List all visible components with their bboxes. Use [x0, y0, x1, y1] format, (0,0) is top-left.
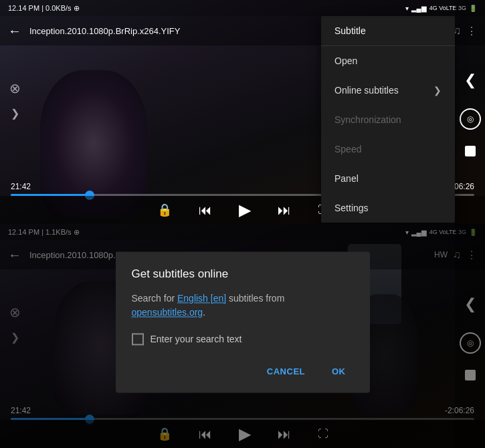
dialog-body-end: . [203, 307, 205, 318]
skip-prev-button[interactable]: ⏮ [199, 203, 212, 218]
wifi-icon: ▾ [405, 5, 409, 12]
menu-item-open[interactable]: Open [321, 46, 455, 76]
dialog-title: Get subtitles online [132, 267, 354, 281]
dialog-actions: CANCEL OK [132, 361, 354, 382]
signal-icon: ▂▄▆ [411, 5, 427, 12]
cancel-button[interactable]: CANCEL [259, 361, 313, 382]
left-controls: ⊗ ❯ [0, 16, 30, 184]
menu-subtitle-label: Subtitle [334, 25, 366, 36]
menu-item-panel[interactable]: Panel [321, 164, 455, 193]
menu-online-subtitles-label: Online subtitles [334, 85, 399, 96]
status-time-network: 12.14 PM | 0.0KB/s ⊕ [8, 4, 80, 13]
checkbox-label: Enter your search text [151, 334, 242, 344]
menu-synchronization-label: Synchronization [334, 114, 401, 125]
bottom-video-player: 12.14 PM | 1.1KB/s ⊕ ▾ ▂▄▆ 4G VoLTE 3G 🔋… [0, 224, 485, 448]
search-text-checkbox[interactable] [132, 333, 144, 345]
menu-item-subtitle[interactable]: Subtitle [321, 16, 455, 45]
menu-open-label: Open [334, 55, 357, 66]
dialog-body-text: Search for [132, 293, 177, 304]
menu-item-synchronization: Synchronization [321, 105, 455, 134]
rewind-side-button[interactable]: ❮ [458, 68, 482, 92]
menu-item-speed: Speed [321, 134, 455, 164]
checkbox-row: Enter your search text [132, 333, 354, 345]
lock-button[interactable]: 🔒 [157, 203, 172, 217]
dialog-body-mid: subtitles from [226, 293, 284, 304]
skip-next-button[interactable]: ⏭ [278, 203, 291, 218]
menu-item-settings[interactable]: Settings [321, 193, 455, 223]
center-circle-button[interactable]: ◎ [460, 108, 481, 130]
language-link[interactable]: English [en] [177, 293, 226, 304]
online-subtitles-chevron-icon: ❯ [433, 85, 442, 96]
subtitle-toggle-icon[interactable]: ⊗ [9, 80, 21, 96]
menu-speed-label: Speed [334, 144, 361, 154]
opensubtitles-link[interactable]: opensubtitles.org [132, 307, 203, 318]
menu-settings-label: Settings [334, 203, 369, 213]
menu-item-online-subtitles[interactable]: Online subtitles ❯ [321, 76, 455, 105]
play-button[interactable]: ▶ [239, 201, 251, 219]
expand-panel-icon[interactable]: ❯ [11, 107, 19, 120]
square-button[interactable] [465, 146, 476, 156]
dialog-body: Search for English [en] subtitles from o… [132, 292, 354, 320]
top-video-player: 12.14 PM | 0.0KB/s ⊕ ▾ ▂▄▆ 4G VoLTE 3G 🔋… [0, 0, 485, 224]
get-subtitles-dialog: Get subtitles online Search for English … [116, 251, 370, 393]
subtitle-dropdown-menu: Subtitle Open Online subtitles ❯ Synchro… [321, 16, 455, 223]
status-bar-top: 12.14 PM | 0.0KB/s ⊕ ▾ ▂▄▆ 4G VoLTE 3G 🔋 [0, 0, 485, 16]
menu-panel-label: Panel [334, 173, 359, 184]
current-time: 21:42 [11, 182, 31, 191]
ok-button[interactable]: OK [324, 361, 354, 382]
